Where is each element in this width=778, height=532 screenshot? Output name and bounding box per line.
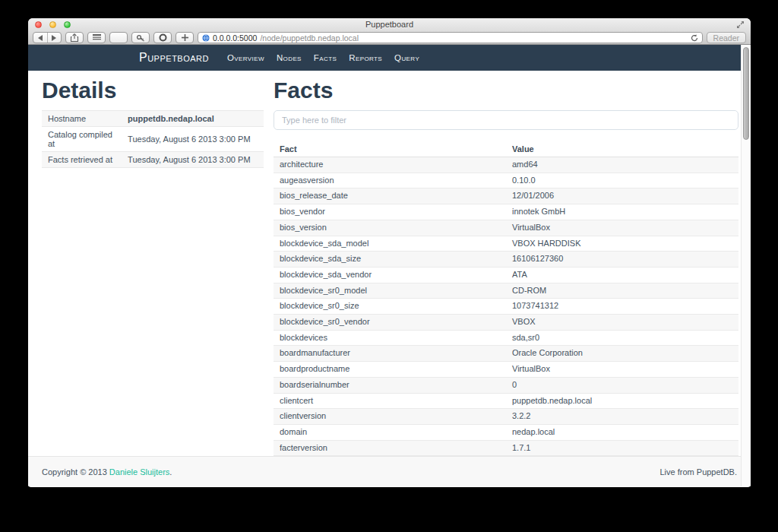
- reader-button[interactable]: Reader: [707, 32, 746, 43]
- fact-name-cell: facterversion: [274, 440, 506, 456]
- url-field[interactable]: 0.0.0.0:5000/node/puppetdb.nedap.local: [198, 32, 703, 43]
- fact-name-cell: blockdevice_sda_model: [274, 236, 506, 252]
- fact-row: blockdevice_sda_size16106127360: [274, 252, 738, 268]
- details-title: Details: [42, 78, 264, 103]
- key-icon[interactable]: [131, 32, 150, 43]
- main-content: Details Hostnamepuppetdb.nedap.localCata…: [28, 71, 751, 456]
- fact-name-cell: blockdevice_sr0_size: [274, 299, 506, 315]
- page-scrollbar[interactable]: [741, 45, 751, 486]
- fact-name-cell: boardmanufacturer: [274, 346, 506, 362]
- fact-row: blockdevice_sda_modelVBOX HARDDISK: [274, 236, 738, 252]
- scrollbar-thumb[interactable]: [743, 47, 749, 140]
- author-link[interactable]: Daniele Sluijters: [109, 467, 169, 477]
- back-icon[interactable]: [33, 33, 47, 43]
- fact-name-cell: clientcert: [274, 393, 506, 409]
- fact-name-cell: bios_vendor: [274, 204, 506, 220]
- facts-filter-input[interactable]: [274, 110, 738, 130]
- fact-value-cell: 0.10.0: [506, 173, 738, 188]
- fact-row: blockdevice_sr0_vendorVBOX: [274, 315, 738, 331]
- fact-value-cell: 12/01/2006: [506, 188, 738, 204]
- fact-value-cell: amd64: [506, 157, 738, 173]
- nav-item-reports[interactable]: Reports: [343, 53, 388, 62]
- fact-value-cell: VBOX: [506, 315, 738, 331]
- fact-row: clientcertpuppetdb.nedap.local: [274, 393, 738, 409]
- fact-row: blockdevice_sr0_size1073741312: [274, 299, 738, 315]
- blank-button[interactable]: [109, 32, 128, 43]
- facts-column-value: Value: [506, 141, 738, 157]
- fact-row: domainnedap.local: [274, 424, 738, 440]
- fact-row: boardmanufacturerOracle Corporation: [274, 346, 738, 362]
- fact-name-cell: clientversion: [274, 409, 506, 425]
- close-icon[interactable]: [35, 21, 42, 28]
- fact-row: bios_release_date12/01/2006: [274, 188, 738, 204]
- globe-favicon: [202, 34, 210, 42]
- fact-name-cell: bios_release_date: [274, 188, 506, 204]
- fact-name-cell: blockdevice_sda_size: [274, 252, 506, 268]
- details-label: Hostname: [42, 111, 122, 127]
- fact-value-cell: VirtualBox: [506, 220, 738, 236]
- navbar-items: OverviewNodesFactsReportsQuery: [221, 53, 425, 62]
- details-value: Tuesday, August 6 2013 3:00 PM: [122, 152, 264, 168]
- fact-row: bios_versionVirtualBox: [274, 220, 738, 236]
- navbar-brand[interactable]: Puppetboard: [139, 51, 209, 65]
- details-value: puppetdb.nedap.local: [122, 111, 264, 127]
- fact-row: blockdevice_sr0_modelCD-ROM: [274, 283, 738, 299]
- fact-name-cell: domain: [274, 424, 506, 440]
- fact-name-cell: boardproductname: [274, 362, 506, 378]
- url-path: /node/puppetdb.nedap.local: [260, 33, 359, 43]
- fact-value-cell: 1.7.1: [506, 440, 738, 456]
- fact-name-cell: blockdevice_sr0_vendor: [274, 315, 506, 331]
- fact-value-cell: nedap.local: [506, 424, 738, 440]
- browser-window: Puppetboard: [28, 18, 751, 487]
- browser-chrome: Puppetboard: [28, 18, 751, 45]
- refresh-icon[interactable]: [691, 34, 698, 42]
- facts-panel: Facts Fact Value architectureamd64augeas…: [274, 71, 738, 456]
- fact-name-cell: blockdevices: [274, 330, 506, 346]
- url-host: 0.0.0.0:5000: [213, 33, 257, 43]
- details-value: Tuesday, August 6 2013 3:00 PM: [122, 127, 264, 152]
- fact-value-cell: VirtualBox: [506, 362, 738, 378]
- details-row: Hostnamepuppetdb.nedap.local: [42, 111, 264, 127]
- copyright-text: Copyright © 2013 Daniele Sluijters.: [42, 467, 172, 477]
- page-footer: Copyright © 2013 Daniele Sluijters. Live…: [28, 456, 751, 486]
- nav-item-nodes[interactable]: Nodes: [270, 53, 308, 62]
- facts-table-body: architectureamd64augeasversion0.10.0bios…: [274, 157, 738, 456]
- fact-value-cell: VBOX HARDDISK: [506, 236, 738, 252]
- forward-icon[interactable]: [47, 33, 62, 43]
- nav-item-facts[interactable]: Facts: [308, 53, 343, 62]
- fact-row: boardproductnameVirtualBox: [274, 362, 738, 378]
- fact-row: clientversion3.2.2: [274, 409, 738, 425]
- window-title: Puppetboard: [365, 20, 413, 29]
- navbar: Puppetboard OverviewNodesFactsReportsQue…: [28, 45, 751, 71]
- nav-item-overview[interactable]: Overview: [221, 53, 270, 62]
- details-row: Facts retrieved atTuesday, August 6 2013…: [42, 152, 264, 168]
- fact-row: augeasversion0.10.0: [274, 173, 738, 188]
- details-table: Hostnamepuppetdb.nedap.localCatalog comp…: [42, 110, 264, 168]
- puppetboard-page: Puppetboard OverviewNodesFactsReportsQue…: [28, 45, 751, 486]
- fact-row: facterversion1.7.1: [274, 440, 738, 456]
- details-table-body: Hostnamepuppetdb.nedap.localCatalog comp…: [42, 111, 264, 168]
- fact-row: architectureamd64: [274, 157, 738, 173]
- fullscreen-icon[interactable]: [736, 21, 745, 29]
- fact-row: blockdevicessda,sr0: [274, 330, 738, 346]
- fact-value-cell: 1073741312: [506, 299, 738, 315]
- fact-value-cell: sda,sr0: [506, 330, 738, 346]
- top-sites-icon[interactable]: [153, 32, 172, 43]
- facts-column-fact: Fact: [274, 141, 506, 157]
- share-icon[interactable]: [65, 32, 84, 43]
- nav-item-query[interactable]: Query: [388, 53, 425, 62]
- reading-list-icon[interactable]: [87, 32, 106, 43]
- fact-value-cell: 0: [506, 377, 738, 393]
- fact-value-cell: 16106127360: [506, 252, 738, 268]
- new-tab-icon[interactable]: [176, 32, 194, 43]
- minimize-icon[interactable]: [49, 21, 56, 28]
- fact-name-cell: architecture: [274, 157, 506, 173]
- fact-name-cell: blockdevice_sda_vendor: [274, 267, 506, 283]
- details-label: Facts retrieved at: [42, 152, 122, 168]
- fact-value-cell: ATA: [506, 267, 738, 283]
- traffic-lights: [35, 21, 71, 28]
- facts-table: Fact Value architectureamd64augeasversio…: [274, 141, 738, 456]
- fact-name-cell: blockdevice_sr0_model: [274, 283, 506, 299]
- zoom-icon[interactable]: [64, 21, 71, 28]
- fact-name-cell: boardserialnumber: [274, 377, 506, 393]
